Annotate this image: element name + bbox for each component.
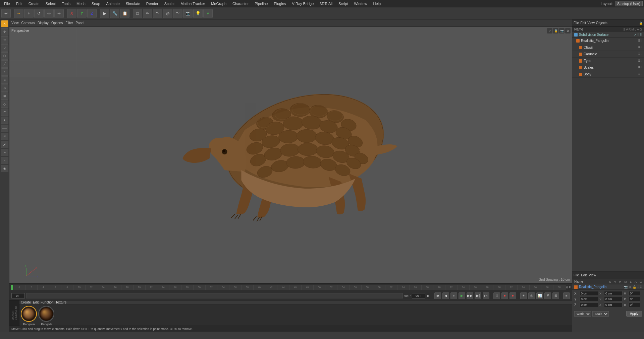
scale-btn[interactable]: ⇔ (44, 9, 54, 18)
move-tool-btn[interactable]: ↔ (14, 9, 23, 18)
tool-sculpt[interactable]: ∿ (1, 149, 8, 156)
pb-extra3[interactable]: ● (509, 292, 516, 299)
subdiv-check[interactable]: ✓ (634, 33, 637, 37)
vp-tb-display[interactable]: Display (38, 21, 49, 25)
python-btn[interactable]: P (203, 9, 213, 18)
play-rev-btn[interactable]: ▶▶ (467, 292, 473, 299)
tool-extrude[interactable]: ⊞ (1, 92, 8, 100)
menu-window[interactable]: Window (351, 1, 370, 6)
tool-select[interactable]: ↖ (1, 20, 8, 27)
record-btn[interactable]: ● (450, 292, 457, 299)
mat-function[interactable]: Function (41, 300, 53, 304)
vp-tb-view[interactable]: View (11, 21, 19, 25)
tool-point[interactable]: • (1, 68, 8, 76)
tr-z-rot[interactable] (604, 302, 623, 307)
attr-icon-cam[interactable]: 📷 (624, 285, 628, 289)
z-axis-btn[interactable]: Z (87, 9, 97, 18)
vp-icon-expand[interactable]: ⤢ (547, 28, 552, 33)
mat-edit[interactable]: Edit (33, 300, 39, 304)
grid-btn[interactable]: ⊞ (552, 292, 559, 299)
vp-icon-lock[interactable]: 🔒 (553, 28, 558, 33)
menu-vray[interactable]: V-Ray Bridge (289, 1, 317, 6)
vp-tb-panel[interactable]: Panel (76, 21, 85, 25)
timeline-track[interactable]: 0 2 4 6 8 10 12 14 16 18 20 22 24 26 28 … (13, 285, 566, 290)
vp-icon-settings[interactable]: ⚙ (565, 28, 571, 33)
mat-texture[interactable]: Texture (56, 300, 67, 304)
menu-create[interactable]: Create (26, 1, 42, 6)
material-item-0[interactable]: Pangolin (21, 306, 37, 326)
tool-move[interactable]: ✛ (1, 28, 8, 36)
menu-tools[interactable]: Tools (59, 1, 73, 6)
attr-icon-eye[interactable]: 👁 (629, 285, 632, 289)
go-start-btn[interactable]: ⏮ (434, 292, 441, 299)
tr-h-val[interactable] (629, 291, 640, 296)
apply-button[interactable]: Apply (626, 311, 642, 317)
tr-p-val[interactable] (629, 297, 640, 301)
tr-x-pos[interactable] (580, 291, 598, 296)
render-queue-btn[interactable]: 📋 (120, 9, 129, 18)
viewport-3d[interactable]: Perspective ⤢ 🔒 📷 ⚙ Grid Spacing : 10 cm… (9, 27, 572, 283)
vp-icon-camera[interactable]: 📷 (559, 28, 565, 33)
menu-mograph[interactable]: MoGraph (208, 1, 229, 6)
object-row-subdiv[interactable]: Subdivision Surface ✓ ⠿⠿ (572, 32, 644, 38)
tr-z-pos[interactable] (580, 302, 598, 307)
material-thumb-1[interactable] (38, 306, 54, 322)
rp-file[interactable]: File (574, 21, 579, 25)
menu-snap[interactable]: Snap (89, 1, 103, 6)
play-btn[interactable]: ▶ (459, 292, 465, 299)
x-axis-btn[interactable]: X (67, 9, 76, 18)
menu-pipeline[interactable]: Pipeline (252, 1, 270, 6)
material-item-1[interactable]: Pangolli (38, 306, 54, 326)
pb-list-btn[interactable]: ≡ (563, 292, 570, 299)
object-row-scales[interactable]: Scales ⠿⠿ (572, 64, 644, 71)
attr-view[interactable]: View (589, 273, 596, 277)
tool-extra[interactable]: ◉ (1, 165, 8, 172)
tool-smooth[interactable]: ≋ (1, 133, 8, 140)
tool-paint[interactable]: 🖌 (1, 141, 8, 148)
menu-script[interactable]: Script (336, 1, 351, 6)
attr-file[interactable]: File (574, 273, 579, 277)
render-settings-btn[interactable]: 🔧 (110, 9, 119, 18)
attr-edit[interactable]: Edit (581, 273, 587, 277)
timeline[interactable]: 0 2 4 6 8 10 12 14 16 18 20 22 24 26 28 … (9, 283, 572, 291)
timeline-btn[interactable]: + (520, 292, 527, 299)
rotate-btn[interactable]: ↺ (34, 9, 44, 18)
menu-file[interactable]: File (1, 1, 13, 6)
menu-motion-tracker[interactable]: Motion Tracker (178, 1, 208, 6)
menu-edit[interactable]: Edit (13, 1, 25, 6)
nurbs-btn[interactable]: ◎ (163, 9, 172, 18)
y-axis-btn[interactable]: Y (77, 9, 87, 18)
motion-btn[interactable]: ◎ (528, 292, 535, 299)
select-btn[interactable]: + (24, 9, 34, 18)
rp-btn-lock[interactable]: 🔒 (639, 21, 643, 25)
menu-help[interactable]: Help (371, 1, 384, 6)
menu-mesh[interactable]: Mesh (74, 1, 88, 6)
tool-edge[interactable]: ╱ (1, 60, 8, 68)
tool-scale[interactable]: ⇔ (1, 36, 8, 44)
menu-sculpt[interactable]: Sculpt (162, 1, 177, 6)
tool-loop[interactable]: ⊙ (1, 84, 8, 92)
attr-icon-lock[interactable]: 🔒 (633, 285, 636, 289)
undo-btn[interactable]: ↩ (1, 9, 11, 18)
tr-b-val[interactable] (629, 302, 640, 307)
next-frame-btn[interactable]: ▶| (475, 292, 481, 299)
pb-extra1[interactable]: ⚙ (493, 292, 500, 299)
object-row-pangolin[interactable]: Realistic_Pangolin ⠿⠿ (572, 38, 644, 44)
anim-btn[interactable]: 📊 (536, 292, 543, 299)
layout-profile[interactable]: Startup (User) (615, 1, 643, 6)
spline-btn[interactable]: 〜 (153, 9, 162, 18)
object-row-claws[interactable]: Claws ⠿⠿ (572, 44, 644, 51)
menu-select[interactable]: Select (43, 1, 59, 6)
vp-tb-cameras[interactable]: Cameras (21, 21, 35, 25)
vp-tb-options[interactable]: Options (51, 21, 63, 25)
transform-btn[interactable]: ✛ (54, 9, 64, 18)
menu-character[interactable]: Character (230, 1, 251, 6)
rp-objects[interactable]: Objects (596, 21, 607, 25)
menu-animate[interactable]: Animate (104, 1, 122, 6)
pb-extra2[interactable]: ● (501, 292, 508, 299)
material-thumb-0[interactable] (21, 306, 37, 322)
tr-y-pos[interactable] (580, 297, 598, 301)
tool-bevel[interactable]: ◇ (1, 100, 8, 108)
go-end-btn[interactable]: ⏭ (483, 292, 489, 299)
frame-bar[interactable] (26, 293, 403, 298)
